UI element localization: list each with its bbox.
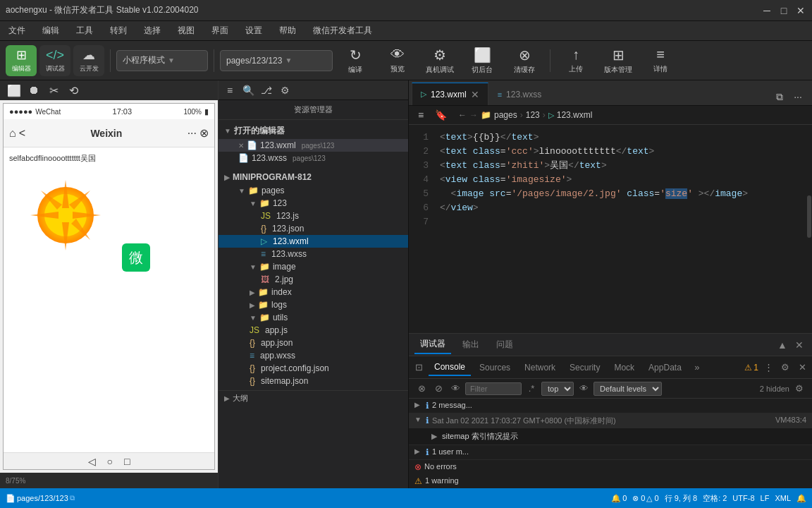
devtools-settings-icon[interactable]: ⚙ xyxy=(778,361,792,375)
close-icon[interactable]: ⊗ xyxy=(199,126,209,140)
menu-tools[interactable]: 工具 xyxy=(73,23,96,38)
minimize-button[interactable]: ─ xyxy=(761,5,773,16)
status-notifications[interactable]: 🔔 0 xyxy=(611,494,627,503)
copy-icon[interactable]: ⧉ xyxy=(70,494,75,502)
list-icon[interactable]: ≡ xyxy=(221,82,238,99)
clear-cache-button[interactable]: ⊗ 清缓存 xyxy=(505,44,544,78)
console-expand-icon[interactable]: ▲ xyxy=(775,338,789,352)
eye-filter-icon[interactable]: 👁 xyxy=(577,382,591,396)
status-path[interactable]: 📄 pages/123/123 ⧉ xyxy=(6,494,75,503)
file-123wxss[interactable]: ≡ 123.wxss xyxy=(219,248,408,260)
console-group-2[interactable]: ▶ ℹ 1 user m... xyxy=(409,445,812,460)
switch-back-button[interactable]: ⬜ 切后台 xyxy=(462,44,502,78)
menu-view[interactable]: 视图 xyxy=(175,23,197,38)
cloud-button[interactable]: ☁ 云开发 xyxy=(73,45,104,76)
detail-button[interactable]: ≡ 详情 xyxy=(641,44,680,78)
tab-close-icon[interactable]: ✕ xyxy=(471,89,479,100)
menu-interface[interactable]: 界面 xyxy=(209,23,231,38)
folder-pages[interactable]: ▼ 📁 pages xyxy=(219,184,408,197)
menu-edit[interactable]: 编辑 xyxy=(39,23,62,38)
outline-section[interactable]: ▶ 大纲 xyxy=(219,390,408,406)
menu-select[interactable]: 选择 xyxy=(141,23,164,38)
preview-button[interactable]: 👁 预览 xyxy=(378,44,417,78)
breadcrumb-list-icon[interactable]: ≡ xyxy=(412,106,430,124)
phone-home-btn[interactable]: ○ xyxy=(107,456,113,467)
console-no-errors[interactable]: ⊗ No errors xyxy=(409,460,812,474)
console-row-2[interactable]: ▶ ℹ 1 user m... xyxy=(409,445,812,459)
status-line-ending[interactable]: LF xyxy=(761,494,770,502)
levels-selector[interactable]: Default levels xyxy=(593,382,662,396)
tab-security[interactable]: Security xyxy=(564,360,605,375)
tab-debugger[interactable]: 调试器 xyxy=(414,335,451,354)
console-row-detail[interactable]: ▼ ℹ Sat Jan 02 2021 17:03:27 GMT+0800 (中… xyxy=(409,413,812,428)
notification-bell-icon[interactable]: 🔔 xyxy=(796,494,806,503)
version-button[interactable]: ⊞ 版本管理 xyxy=(598,44,638,78)
console-row-1[interactable]: ▶ ℹ 2 messag... xyxy=(409,399,812,413)
phone-back-btn[interactable]: ◁ xyxy=(88,456,96,467)
devtools-more-icon[interactable]: ⋮ xyxy=(761,361,775,375)
compile-button[interactable]: ↻ 编译 xyxy=(336,44,375,78)
maximize-button[interactable]: □ xyxy=(778,5,789,16)
mode-selector[interactable]: 小程序模式 ▼ xyxy=(116,50,208,71)
menu-help[interactable]: 帮助 xyxy=(276,23,299,38)
menu-wechat-devtools[interactable]: 微信开发者工具 xyxy=(310,23,375,38)
path-selector[interactable]: pages/123/123 ▼ xyxy=(220,50,333,71)
more-tabs-icon[interactable]: » xyxy=(690,361,704,375)
file-123wxml[interactable]: ▷ 123.wxml xyxy=(219,235,408,248)
tab-123wxml[interactable]: ▷ 123.wxml ✕ xyxy=(412,83,488,105)
console-warning[interactable]: ⚠ 1 warning xyxy=(409,474,812,488)
more-actions-icon[interactable]: ··· xyxy=(789,88,806,105)
top-selector[interactable]: top xyxy=(541,382,574,396)
phone-tool-record[interactable]: ⏺ xyxy=(25,82,42,99)
console-content[interactable]: ▶ ℹ 2 messag... ▼ ℹ Sat Jan 02 2021 17:0… xyxy=(409,399,812,488)
config-icon[interactable]: ⚙ xyxy=(276,82,293,99)
devtools-inspect-icon[interactable]: ⊡ xyxy=(412,361,426,375)
filter-regex-icon[interactable]: .* xyxy=(524,382,539,396)
folder-logs[interactable]: ▶ 📁 logs xyxy=(219,298,408,311)
more-icon[interactable]: ··· xyxy=(187,127,197,140)
eye-icon[interactable]: 👁 xyxy=(448,382,462,396)
breadcrumb-forward-icon[interactable]: → xyxy=(469,110,478,120)
devtools-close-icon[interactable]: ✕ xyxy=(795,361,809,375)
menu-goto[interactable]: 转到 xyxy=(107,23,130,38)
upload-button[interactable]: ↑ 上传 xyxy=(556,44,596,78)
close-button[interactable]: ✕ xyxy=(795,5,806,16)
git-icon[interactable]: ⎇ xyxy=(258,82,275,99)
folder-123[interactable]: ▼ 📁 123 xyxy=(219,197,408,210)
breadcrumb-back-icon[interactable]: ← xyxy=(458,110,467,120)
filter-input[interactable] xyxy=(465,382,522,395)
grid-button[interactable]: ⊞ 编辑器 xyxy=(6,45,37,76)
tab-appdata[interactable]: AppData xyxy=(643,360,687,375)
miniprogram-header[interactable]: ▶ MINIPROGRAM-812 xyxy=(219,170,408,184)
tab-network[interactable]: Network xyxy=(519,360,561,375)
breadcrumb-pages[interactable]: pages xyxy=(494,110,517,120)
search-icon[interactable]: 🔍 xyxy=(240,82,257,99)
folder-index[interactable]: ▶ 📁 index xyxy=(219,286,408,298)
code-editor[interactable]: 1 2 3 4 5 6 7 <text>{{b}}</text> <text c… xyxy=(409,125,812,333)
file-123js[interactable]: JS 123.js xyxy=(219,210,408,222)
file-appjson[interactable]: {} app.json xyxy=(219,337,408,349)
folder-utils[interactable]: ▼ 📁 utils xyxy=(219,311,408,324)
phone-recent-btn[interactable]: □ xyxy=(124,456,130,467)
tab-sources[interactable]: Sources xyxy=(474,360,516,375)
menu-file[interactable]: 文件 xyxy=(6,23,28,38)
debug-button[interactable]: </> 调试器 xyxy=(39,45,70,76)
scrollbar-thumb[interactable] xyxy=(807,195,811,238)
close-icon[interactable]: ✕ xyxy=(238,142,244,150)
breadcrumb-123[interactable]: 123 xyxy=(526,110,540,120)
file-2jpg[interactable]: 🖼 2.jpg xyxy=(219,273,408,286)
editor-scrollbar[interactable] xyxy=(806,125,812,333)
menu-settings[interactable]: 设置 xyxy=(242,23,265,38)
file-projectconfig[interactable]: {} project.config.json xyxy=(219,362,408,375)
tab-mock[interactable]: Mock xyxy=(608,360,640,375)
tab-output[interactable]: 输出 xyxy=(457,336,485,353)
breadcrumb-filename[interactable]: 123.wxml xyxy=(557,110,593,120)
open-editor-item-123wxml[interactable]: ✕ 📄 123.wxml pages\123 xyxy=(219,139,408,152)
phone-tool-screenshot[interactable]: ✂ xyxy=(45,82,62,99)
tab-console[interactable]: Console xyxy=(429,359,471,376)
back-icon[interactable]: < xyxy=(19,127,25,140)
phone-tool-rotate[interactable]: ⟲ xyxy=(65,82,82,99)
settings-icon[interactable]: ⚙ xyxy=(792,382,806,396)
status-encoding[interactable]: UTF-8 xyxy=(732,494,754,502)
open-editor-item-123wxss[interactable]: 📄 123.wxss pages\123 xyxy=(219,152,408,164)
